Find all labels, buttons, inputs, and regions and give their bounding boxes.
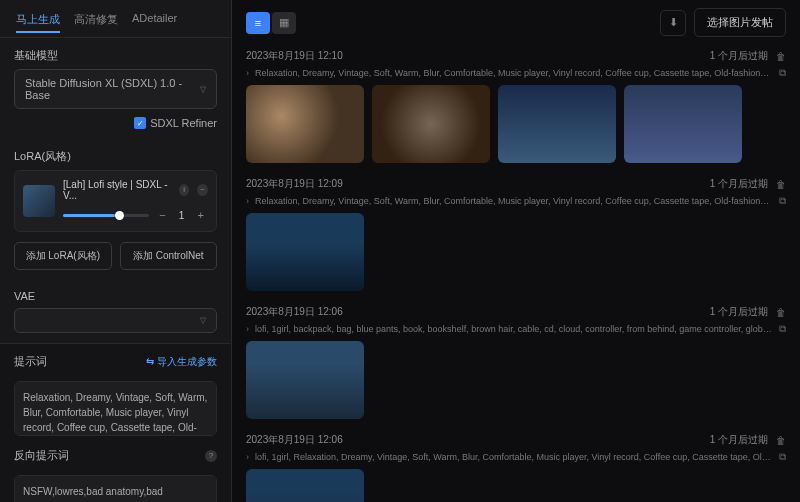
entry-expire: 1 个月后过期	[710, 305, 768, 319]
remove-lora-icon[interactable]: −	[197, 184, 208, 196]
import-params-button[interactable]: ⇆导入生成参数	[146, 355, 217, 369]
download-icon[interactable]: ⬇	[660, 10, 686, 36]
copy-icon[interactable]: ⧉	[779, 451, 786, 463]
lora-thumbnail	[23, 185, 55, 217]
lora-name: [Lah] Lofi style | SDXL - V...	[63, 179, 171, 201]
result-thumbnail[interactable]	[372, 85, 490, 163]
info-icon[interactable]: i	[179, 184, 190, 196]
entry-date: 2023年8月19日 12:06	[246, 305, 343, 319]
lora-weight-slider[interactable]	[63, 214, 149, 217]
entry-tags: Relaxation, Dreamy, Vintage, Soft, Warm,…	[255, 68, 773, 78]
lora-label: LoRA(风格)	[14, 149, 217, 164]
delete-icon[interactable]: 🗑	[776, 307, 786, 318]
result-thumbnail[interactable]	[246, 85, 364, 163]
entry-expire: 1 个月后过期	[710, 177, 768, 191]
refiner-checkbox[interactable]: ✓	[134, 117, 146, 129]
chevron-down-icon: ▽	[200, 316, 206, 325]
delete-icon[interactable]: 🗑	[776, 51, 786, 62]
add-lora-button[interactable]: 添加 LoRA(风格)	[14, 242, 112, 270]
result-thumbnail[interactable]	[624, 85, 742, 163]
lora-weight-stepper[interactable]: − +	[155, 207, 208, 223]
entry-expire: 1 个月后过期	[710, 49, 768, 63]
tab-upscale[interactable]: 高清修复	[74, 8, 118, 33]
prompt-label: 提示词	[14, 354, 47, 369]
entry-date: 2023年8月19日 12:06	[246, 433, 343, 447]
expand-icon[interactable]: ›	[246, 452, 249, 462]
plus-icon[interactable]: +	[194, 207, 208, 223]
history-entry: 2023年8月19日 12:101 个月后过期🗑 ›Relaxation, Dr…	[232, 45, 800, 173]
tab-generate[interactable]: 马上生成	[16, 8, 60, 33]
expand-icon[interactable]: ›	[246, 324, 249, 334]
entry-tags: Relaxation, Dreamy, Vintage, Soft, Warm,…	[255, 196, 773, 206]
mode-tabs: 马上生成 高清修复 ADetailer	[0, 0, 231, 38]
entry-date: 2023年8月19日 12:10	[246, 49, 343, 63]
copy-icon[interactable]: ⧉	[779, 323, 786, 335]
result-thumbnail[interactable]	[246, 469, 364, 502]
refiner-label: SDXL Refiner	[150, 117, 217, 129]
tab-adetailer[interactable]: ADetailer	[132, 8, 177, 33]
history-entry: 2023年8月19日 12:061 个月后过期🗑 ›lofi, 1girl, b…	[232, 301, 800, 429]
delete-icon[interactable]: 🗑	[776, 179, 786, 190]
result-thumbnail[interactable]	[498, 85, 616, 163]
negative-prompt-textarea[interactable]	[14, 475, 217, 502]
lora-weight-input[interactable]	[172, 210, 192, 221]
negative-prompt-label: 反向提示词	[14, 448, 69, 463]
copy-icon[interactable]: ⧉	[779, 67, 786, 79]
expand-icon[interactable]: ›	[246, 68, 249, 78]
result-thumbnail[interactable]	[246, 213, 364, 291]
minus-icon[interactable]: −	[155, 207, 169, 223]
entry-date: 2023年8月19日 12:09	[246, 177, 343, 191]
expand-icon[interactable]: ›	[246, 196, 249, 206]
history-entry: 2023年8月19日 12:061 个月后过期🗑 ›lofi, 1girl, R…	[232, 429, 800, 502]
entry-tags: lofi, 1girl, Relaxation, Dreamy, Vintage…	[255, 452, 773, 462]
entry-expire: 1 个月后过期	[710, 433, 768, 447]
chevron-down-icon: ▽	[200, 85, 206, 94]
grid-view-toggle[interactable]: ▦	[272, 12, 296, 34]
lora-card: [Lah] Lofi style | SDXL - V... i − − +	[14, 170, 217, 232]
result-thumbnail[interactable]	[246, 341, 364, 419]
vae-label: VAE	[14, 290, 217, 302]
help-icon[interactable]: ?	[205, 450, 217, 462]
delete-icon[interactable]: 🗑	[776, 435, 786, 446]
history-entry: 2023年8月19日 12:091 个月后过期🗑 ›Relaxation, Dr…	[232, 173, 800, 301]
entry-tags: lofi, 1girl, backpack, bag, blue pants, …	[255, 324, 773, 334]
vae-select[interactable]: ▽	[14, 308, 217, 333]
prompt-textarea[interactable]	[14, 381, 217, 436]
post-images-button[interactable]: 选择图片发帖	[694, 8, 786, 37]
base-model-label: 基础模型	[14, 48, 217, 63]
list-view-toggle[interactable]: ≡	[246, 12, 270, 34]
add-controlnet-button[interactable]: 添加 ControlNet	[120, 242, 218, 270]
copy-icon[interactable]: ⧉	[779, 195, 786, 207]
base-model-select[interactable]: Stable Diffusion XL (SDXL) 1.0 - Base▽	[14, 69, 217, 109]
